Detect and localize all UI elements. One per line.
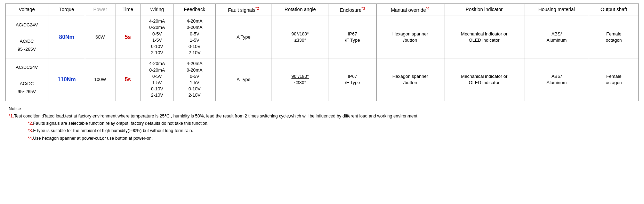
spec-table: VoltageTorquePowerTimeWiringFeedbackFaul… xyxy=(5,3,639,101)
rotation-angle-line1: 90°/180° xyxy=(291,31,309,36)
col-header-position_indicator: Position indicator xyxy=(444,4,524,16)
notice-item: *4.Use hexagon spanner at power-cut,or u… xyxy=(9,135,639,142)
col-header-voltage: Voltage xyxy=(6,4,48,16)
cell-time: 5s xyxy=(115,16,140,58)
cell-enclosure: IP67/F Type xyxy=(329,58,376,101)
torque-value: 110Nm xyxy=(57,76,75,82)
cell-housing_material: ABS/Aluminum xyxy=(524,58,589,101)
cell-time: 5s xyxy=(115,58,140,101)
notice-block: Notice *1.Test condition :Rated load,tes… xyxy=(5,105,639,142)
cell-feedback: 4-20mA0-20mA0-5V1-5V0-10V2-10V xyxy=(174,58,215,101)
cell-output_shaft: Femaleoctagon xyxy=(589,16,639,58)
notice-num: *1. xyxy=(9,114,14,119)
cell-position_indicator: Mechanical indicator orOLED indicator xyxy=(444,16,524,58)
cell-rotation_angle: 90°/180°≤330° xyxy=(272,16,329,58)
rotation-angle-line2: ≤330° xyxy=(294,38,306,43)
rotation-angle-line2: ≤330° xyxy=(294,80,306,85)
col-header-power: Power xyxy=(85,4,115,16)
cell-power: 100W xyxy=(85,58,115,101)
notice-num: *3. xyxy=(28,128,33,133)
notice-item: *1.Test condition :Rated load,test at fa… xyxy=(9,113,639,120)
voltage-cell: AC/DC24VAC/DC95~265V xyxy=(8,63,45,96)
notice-num: *2. xyxy=(28,121,33,126)
cell-power: 60W xyxy=(85,16,115,58)
notice-text: Test condition :Rated load,test at facto… xyxy=(14,114,418,119)
notice-text: F type is suitable for the ambient of hi… xyxy=(33,128,193,133)
notice-num: *4. xyxy=(28,136,33,141)
notice-text: Faults signals are selectable function,r… xyxy=(33,121,208,126)
footnote-section: Notice *1.Test condition :Rated load,tes… xyxy=(5,103,639,142)
notice-item: *3.F type is suitable for the ambient of… xyxy=(9,127,639,134)
table-row: AC/DC24VAC/DC95~265V80Nm60W5s4-20mA0-20m… xyxy=(6,16,639,58)
cell-torque: 80Nm xyxy=(48,16,85,58)
col-header-rotation_angle: Rotation angle xyxy=(272,4,329,16)
cell-torque: 110Nm xyxy=(48,58,85,101)
cell-fault_signals: A Type xyxy=(215,16,272,58)
col-header-housing_material: Housing material xyxy=(524,4,589,16)
rotation-angle-line1: 90°/180° xyxy=(291,74,309,79)
cell-voltage: AC/DC24VAC/DC95~265V xyxy=(6,16,48,58)
cell-manual_override: Hexagon spanner/button xyxy=(376,58,444,101)
cell-enclosure: IP67/F Type xyxy=(329,16,376,58)
table-body: AC/DC24VAC/DC95~265V80Nm60W5s4-20mA0-20m… xyxy=(6,16,639,101)
cell-output_shaft: Femaleoctagon xyxy=(589,58,639,101)
notice-text: Use hexagon spanner at power-cut,or use … xyxy=(33,136,153,141)
col-header-manual_override: Manual override*4 xyxy=(376,4,444,16)
col-header-output_shaft: Output shaft xyxy=(589,4,639,16)
table-header-row: VoltageTorquePowerTimeWiringFeedbackFaul… xyxy=(6,4,639,16)
cell-position_indicator: Mechanical indicator orOLED indicator xyxy=(444,58,524,101)
torque-value: 80Nm xyxy=(59,34,74,40)
col-header-enclosure: Enclosure*3 xyxy=(329,4,376,16)
notice-item: *2.Faults signals are selectable functio… xyxy=(9,120,639,127)
table-row: AC/DC24VAC/DC95~265V110Nm100W5s4-20mA0-2… xyxy=(6,58,639,101)
col-header-feedback: Feedback xyxy=(174,4,215,16)
cell-wiring: 4-20mA0-20mA0-5V1-5V0-10V2-10V xyxy=(140,16,174,58)
notice-label: Notice xyxy=(9,106,21,111)
time-value: 5s xyxy=(125,34,131,40)
col-header-wiring: Wiring xyxy=(140,4,174,16)
voltage-cell: AC/DC24VAC/DC95~265V xyxy=(8,21,45,54)
cell-feedback: 4-20mA0-20mA0-5V1-5V0-10V2-10V xyxy=(174,16,215,58)
col-header-time: Time xyxy=(115,4,140,16)
cell-manual_override: Hexagon spanner/button xyxy=(376,16,444,58)
cell-wiring: 4-20mA0-20mA0-5V1-5V0-10V2-10V xyxy=(140,58,174,101)
time-value: 5s xyxy=(125,76,131,82)
cell-rotation_angle: 90°/180°≤330° xyxy=(272,58,329,101)
col-header-torque: Torque xyxy=(48,4,85,16)
cell-voltage: AC/DC24VAC/DC95~265V xyxy=(6,58,48,101)
col-header-fault_signals: Fault signals*2 xyxy=(215,4,272,16)
cell-housing_material: ABS/Aluminum xyxy=(524,16,589,58)
cell-fault_signals: A Type xyxy=(215,58,272,101)
